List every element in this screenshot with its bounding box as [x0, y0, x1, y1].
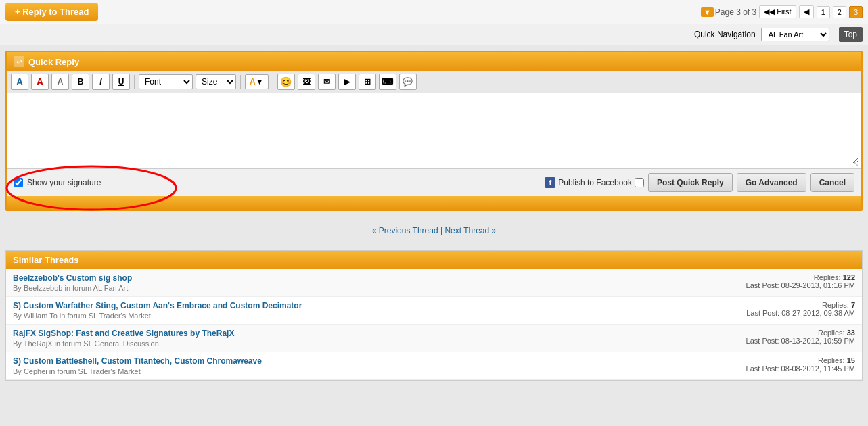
last-post-label-2: Last Post:	[746, 309, 779, 317]
page-3-button[interactable]: 3	[849, 6, 863, 18]
quick-reply-header: ↩ Quick Reply	[7, 52, 861, 71]
top-link[interactable]: Top	[839, 27, 863, 42]
underline-button[interactable]: U	[112, 74, 130, 90]
toolbar-separator-1	[134, 75, 135, 89]
similar-thread-title-4[interactable]: S) Custom Battleshell, Custom Titantech,…	[13, 356, 262, 366]
italic-button[interactable]: I	[92, 74, 110, 90]
reply-textarea[interactable]	[9, 96, 859, 164]
video-button[interactable]: ▶	[338, 74, 356, 90]
quick-reply-container: ↩ Quick Reply A A A B I U Font Size A	[5, 51, 863, 211]
post-quick-reply-button[interactable]: Post Quick Reply	[648, 173, 733, 192]
similar-thread-replies-3: Replies: 33 Last Post: 08-13-2012, 10:59…	[720, 329, 855, 345]
bold-button[interactable]: B	[72, 74, 89, 90]
quick-nav-bar: Quick Navigation AL Fan Art Top	[0, 24, 868, 45]
replies-label-4: Replies:	[818, 356, 845, 364]
last-post-label-1: Last Post:	[746, 281, 779, 289]
email-icon: ✉	[323, 77, 330, 87]
first-page-button[interactable]: ◀◀ First	[759, 5, 796, 18]
similar-thread-replies-2: Replies: 7 Last Post: 08-27-2012, 09:38 …	[720, 301, 855, 317]
cancel-button[interactable]: Cancel	[810, 173, 854, 192]
similar-thread-row-3: RajFX SigShop: Fast and Creative Signatu…	[6, 325, 862, 352]
bold-icon: B	[78, 77, 84, 87]
quote-icon: 💬	[403, 77, 413, 87]
thread-navigation: « Previous Thread | Next Thread »	[0, 216, 868, 245]
editor-area: ⤡	[7, 93, 861, 168]
reply-to-thread-button[interactable]: Reply to Thread	[5, 3, 98, 21]
quick-reply-bottom-bar	[7, 196, 861, 210]
emoji-button[interactable]: 😊	[277, 74, 295, 90]
code-icon: ⌨	[382, 77, 393, 87]
similar-thread-row-1: Beelzzebob's Custom sig shop By Beelzzeb…	[6, 269, 862, 297]
text-format-a-blue-button[interactable]: A	[11, 74, 28, 90]
toolbar-separator-2	[240, 75, 241, 89]
buttons-area: f Publish to Facebook Post Quick Reply G…	[545, 173, 854, 192]
table-icon: ⊞	[364, 77, 371, 87]
similar-thread-info-4: S) Custom Battleshell, Custom Titantech,…	[13, 356, 262, 375]
quick-reply-title: Quick Reply	[28, 57, 79, 67]
last-post-date-1: 08-29-2013, 01:16 PM	[781, 281, 855, 289]
publish-facebook-area: f Publish to Facebook	[545, 177, 644, 188]
similar-thread-title-2[interactable]: S) Custom Warfather Sting, Custom Aan's …	[13, 301, 302, 310]
size-select[interactable]: Size	[196, 74, 236, 89]
similar-thread-row-2: S) Custom Warfather Sting, Custom Aan's …	[6, 297, 862, 325]
text-format-a-red-icon: A	[37, 76, 43, 87]
similar-thread-replies-4: Replies: 15 Last Post: 08-08-2012, 11:45…	[720, 356, 855, 373]
text-format-a-blue-icon: A	[16, 76, 23, 87]
last-post-date-2: 08-27-2012, 09:38 AM	[781, 309, 855, 317]
replies-count-1: 122	[843, 273, 855, 281]
underline-icon: U	[118, 77, 124, 87]
publish-facebook-label: Publish to Facebook	[558, 178, 632, 187]
image-button[interactable]: 🖼	[298, 74, 315, 90]
video-icon: ▶	[344, 77, 350, 87]
similar-thread-title-1[interactable]: Beelzzebob's Custom sig shop	[13, 273, 132, 283]
thread-nav-separator: |	[440, 226, 442, 235]
similar-threads-section: Similar Threads Beelzzebob's Custom sig …	[5, 250, 863, 381]
font-color-icon: A	[250, 77, 256, 87]
last-post-label-4: Last Post:	[746, 364, 779, 373]
replies-count-4: 15	[847, 356, 855, 364]
font-color-button[interactable]: A▼	[245, 74, 269, 89]
replies-count-3: 33	[847, 329, 855, 337]
similar-thread-meta-4: By Cephei in forum SL Trader's Market	[13, 367, 262, 375]
show-signature-checkbox[interactable]	[14, 178, 23, 187]
email-button[interactable]: ✉	[318, 74, 336, 90]
previous-thread-link[interactable]: « Previous Thread	[372, 226, 438, 235]
similar-thread-title-3[interactable]: RajFX SigShop: Fast and Creative Signatu…	[13, 329, 234, 338]
strikethrough-button[interactable]: A	[51, 74, 69, 90]
similar-thread-meta-2: By William To in forum SL Trader's Marke…	[13, 312, 302, 320]
go-advanced-button[interactable]: Go Advanced	[737, 173, 806, 192]
replies-label-3: Replies:	[818, 329, 845, 337]
top-bar: Reply to Thread ▼ Page 3 of 3 ◀◀ First ◀…	[0, 0, 868, 24]
prev-page-button[interactable]: ◀	[799, 5, 814, 18]
similar-thread-meta-3: By TheRajX in forum SL General Discussio…	[13, 339, 234, 348]
replies-label-1: Replies:	[814, 273, 841, 281]
similar-thread-info-3: RajFX SigShop: Fast and Creative Signatu…	[13, 329, 234, 348]
quote-button[interactable]: 💬	[399, 74, 417, 90]
image-icon: 🖼	[302, 77, 311, 87]
next-thread-link[interactable]: Next Thread »	[444, 226, 496, 235]
editor-toolbar: A A A B I U Font Size A▼ 😊 🖼	[7, 71, 861, 93]
similar-thread-meta-1: By Beelzzebob in forum AL Fan Art	[13, 284, 132, 292]
page-info: ▼ Page 3 of 3	[701, 7, 756, 17]
text-format-a-red-button[interactable]: A	[31, 74, 49, 90]
facebook-icon: f	[545, 177, 555, 188]
similar-thread-info-1: Beelzzebob's Custom sig shop By Beelzzeb…	[13, 273, 132, 292]
publish-facebook-checkbox[interactable]	[635, 178, 644, 187]
action-bar: Show your signature f Publish to Faceboo…	[7, 168, 861, 196]
font-select[interactable]: Font	[139, 74, 193, 89]
last-post-date-3: 08-13-2012, 10:59 PM	[781, 337, 855, 345]
page-label: Page 3 of 3	[715, 7, 756, 17]
replies-label-2: Replies:	[822, 301, 849, 309]
quick-nav-select[interactable]: AL Fan Art	[761, 28, 829, 41]
last-post-label-3: Last Post:	[746, 337, 779, 345]
signature-area: Show your signature	[14, 178, 101, 187]
replies-count-2: 7	[851, 301, 855, 309]
resize-handle[interactable]: ⤡	[853, 160, 860, 167]
similar-thread-info-2: S) Custom Warfather Sting, Custom Aan's …	[13, 301, 302, 320]
show-signature-label: Show your signature	[27, 178, 101, 187]
table-button[interactable]: ⊞	[359, 74, 376, 90]
page-1-button[interactable]: 1	[817, 6, 830, 18]
code-button[interactable]: ⌨	[379, 74, 396, 90]
page-2-button[interactable]: 2	[833, 6, 846, 18]
pagination-area: ▼ Page 3 of 3 ◀◀ First ◀ 1 2 3	[701, 5, 863, 18]
